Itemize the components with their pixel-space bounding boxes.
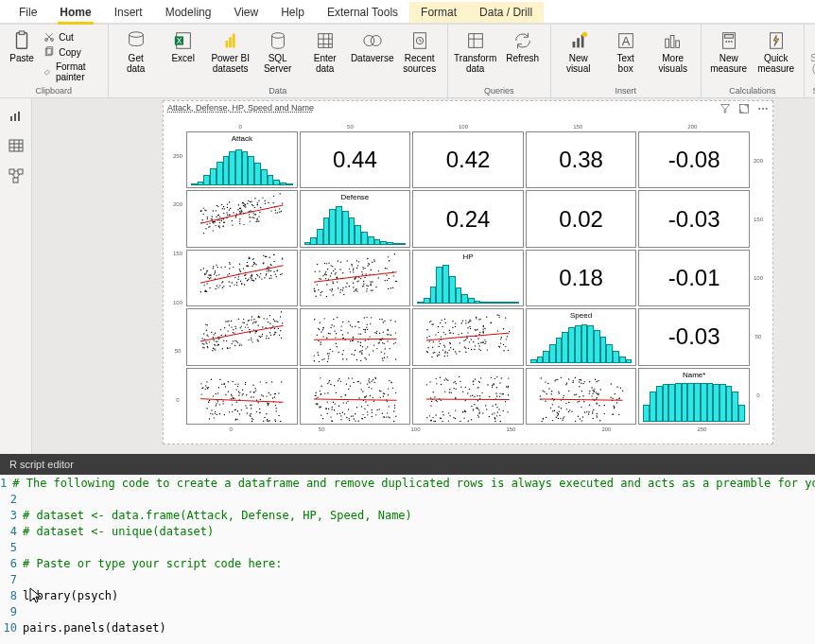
transform-data-button[interactable]: Transform data	[454, 28, 497, 76]
svg-point-591	[275, 321, 276, 322]
more-visuals-button[interactable]: More visuals	[651, 28, 695, 76]
code-text[interactable]: library(psych)	[23, 589, 815, 605]
code-text[interactable]: # The following code to create a datafra…	[12, 477, 815, 493]
r-visual[interactable]: Attack, Defense, HP, Speed and Name 0501…	[163, 100, 773, 444]
tab-home[interactable]: Home	[48, 2, 102, 23]
svg-point-268	[247, 265, 248, 266]
svg-point-637	[351, 326, 352, 327]
script-editor[interactable]: 1# The following code to create a datafr…	[0, 475, 815, 644]
svg-point-1200	[469, 388, 470, 389]
svg-point-999	[250, 415, 251, 416]
report-view-icon[interactable]	[9, 108, 24, 123]
svg-point-83	[237, 209, 238, 210]
text-box-button[interactable]: AText box	[604, 28, 648, 76]
refresh-button[interactable]: Refresh	[501, 28, 545, 65]
excel-button[interactable]: XExcel	[162, 28, 205, 65]
code-line[interactable]: 3# dataset <- data.frame(Attack, Defense…	[0, 509, 815, 525]
code-line[interactable]: 5	[0, 541, 815, 557]
svg-point-668	[382, 322, 383, 323]
svg-point-955	[253, 396, 254, 397]
chart-icon	[568, 30, 589, 51]
code-text[interactable]	[23, 541, 815, 557]
svg-point-1126	[393, 410, 394, 411]
model-view-icon[interactable]	[9, 168, 24, 183]
svg-point-541	[223, 340, 224, 341]
pbi-datasets-button[interactable]: Power BI datasets	[209, 28, 252, 76]
code-line[interactable]: 7	[0, 573, 815, 589]
svg-point-244	[243, 268, 244, 269]
tab-file[interactable]: File	[8, 2, 48, 23]
svg-point-477	[241, 326, 242, 327]
svg-point-571	[249, 329, 250, 330]
new-visual-button[interactable]: New visual	[557, 28, 600, 76]
code-line[interactable]: 1# The following code to create a datafr…	[0, 477, 815, 493]
code-line[interactable]: 4# dataset <- unique(dataset)	[0, 525, 815, 541]
filter-icon[interactable]	[720, 103, 731, 114]
copy-button[interactable]: Copy	[42, 45, 101, 59]
code-line[interactable]: 8library(psych)	[0, 589, 815, 605]
svg-point-598	[202, 347, 203, 348]
code-text[interactable]: # dataset <- data.frame(Attack, Defense,…	[23, 509, 815, 525]
dataverse-button[interactable]: Dataverse	[351, 28, 394, 65]
code-text[interactable]	[23, 573, 815, 589]
svg-point-930	[267, 402, 268, 403]
svg-point-1012	[206, 381, 207, 382]
more-options-icon[interactable]	[757, 103, 769, 114]
svg-point-178	[239, 211, 240, 212]
svg-point-615	[368, 355, 369, 356]
code-line[interactable]: 2	[0, 493, 815, 509]
sql-button[interactable]: SQL Server	[256, 28, 300, 76]
quick-measure-button[interactable]: Quick measure	[754, 28, 798, 76]
svg-point-433	[329, 288, 330, 289]
cut-button[interactable]: Cut	[42, 30, 101, 44]
format-painter-button[interactable]: Format painter	[42, 61, 101, 83]
report-canvas[interactable]: Attack, Defense, HP, Speed and Name 0501…	[32, 98, 815, 454]
data-view-icon[interactable]	[9, 138, 24, 153]
svg-point-700	[319, 329, 320, 330]
svg-point-1090	[326, 401, 327, 402]
svg-point-1070	[327, 392, 328, 393]
svg-point-53	[209, 223, 210, 224]
tab-format[interactable]: Format	[409, 2, 468, 23]
code-text[interactable]	[23, 605, 815, 621]
svg-point-131	[256, 218, 257, 219]
enter-data-button[interactable]: Enter data	[303, 28, 347, 76]
svg-point-186	[216, 264, 217, 265]
code-text[interactable]: pairs.panels(dataset)	[23, 621, 815, 637]
svg-text:X: X	[176, 37, 182, 45]
svg-point-733	[358, 322, 359, 322]
svg-point-408	[322, 275, 323, 276]
svg-point-270	[244, 284, 245, 285]
svg-point-1349	[594, 389, 595, 390]
paste-button[interactable]: Paste	[6, 28, 38, 65]
svg-point-1162	[345, 394, 346, 395]
recent-sources-button[interactable]: Recent sources	[398, 28, 442, 76]
get-data-button[interactable]: Get data	[114, 28, 158, 76]
code-text[interactable]	[23, 493, 815, 509]
svg-point-1151	[383, 416, 384, 417]
svg-point-1211	[508, 394, 509, 395]
code-text[interactable]: # Paste or type your script code here:	[23, 557, 815, 573]
svg-point-359	[351, 265, 352, 266]
svg-point-1345	[589, 381, 590, 382]
tab-external-tools[interactable]: External Tools	[316, 2, 409, 23]
tab-data-drill[interactable]: Data / Drill	[468, 2, 544, 23]
svg-point-1356	[603, 413, 604, 414]
tab-modeling[interactable]: Modeling	[154, 2, 223, 23]
svg-point-885	[450, 347, 451, 348]
tab-insert[interactable]: Insert	[103, 2, 154, 23]
svg-point-754	[433, 341, 434, 342]
code-text[interactable]: # dataset <- unique(dataset)	[23, 525, 815, 541]
tab-help[interactable]: Help	[269, 2, 316, 23]
svg-point-497	[272, 326, 273, 327]
new-measure-button[interactable]: New measure	[707, 28, 751, 76]
axis-left: 250200150100500	[171, 131, 184, 425]
tab-view[interactable]: View	[222, 2, 269, 23]
code-line[interactable]: 9	[0, 605, 815, 621]
svg-point-608	[334, 331, 335, 332]
svg-point-1039	[367, 405, 368, 406]
focus-icon[interactable]	[738, 103, 750, 114]
code-line[interactable]: 6# Paste or type your script code here:	[0, 557, 815, 573]
svg-point-318	[256, 274, 257, 275]
code-line[interactable]: 10pairs.panels(dataset)	[0, 621, 815, 637]
